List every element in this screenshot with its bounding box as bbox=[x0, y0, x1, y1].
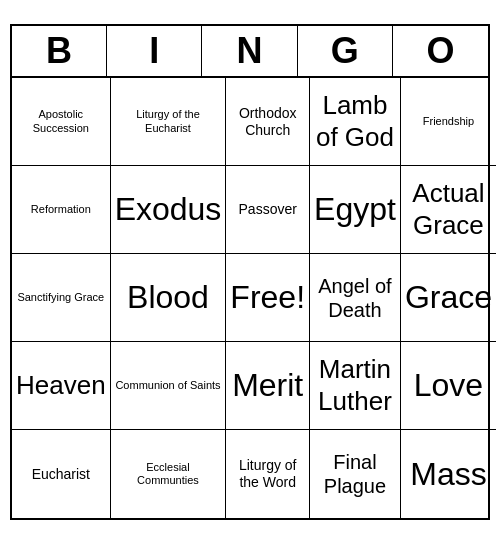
cell-text: Communion of Saints bbox=[115, 379, 220, 392]
bingo-cell[interactable]: Sanctifying Grace bbox=[12, 254, 111, 342]
cell-text: Liturgy of the Word bbox=[230, 457, 305, 491]
bingo-cell[interactable]: Communion of Saints bbox=[111, 342, 227, 430]
bingo-cell[interactable]: Grace bbox=[401, 254, 496, 342]
bingo-cell[interactable]: Mass bbox=[401, 430, 496, 518]
cell-text: Merit bbox=[232, 366, 303, 404]
cell-text: Martin Luther bbox=[314, 354, 396, 416]
bingo-cell[interactable]: Egypt bbox=[310, 166, 401, 254]
cell-text: Grace bbox=[405, 278, 492, 316]
cell-text: Apostolic Succession bbox=[16, 108, 106, 134]
cell-text: Reformation bbox=[31, 203, 91, 216]
bingo-cell[interactable]: Final Plague bbox=[310, 430, 401, 518]
bingo-header: BINGO bbox=[12, 26, 488, 78]
bingo-cell[interactable]: Liturgy of the Eucharist bbox=[111, 78, 227, 166]
cell-text: Liturgy of the Eucharist bbox=[115, 108, 222, 134]
bingo-cell[interactable]: Martin Luther bbox=[310, 342, 401, 430]
header-letter: G bbox=[298, 26, 393, 76]
bingo-cell[interactable]: Ecclesial Communties bbox=[111, 430, 227, 518]
header-letter: I bbox=[107, 26, 202, 76]
bingo-cell[interactable]: Merit bbox=[226, 342, 310, 430]
cell-text: Friendship bbox=[423, 115, 474, 128]
bingo-cell[interactable]: Friendship bbox=[401, 78, 496, 166]
header-letter: N bbox=[202, 26, 297, 76]
cell-text: Free! bbox=[230, 278, 305, 316]
cell-text: Exodus bbox=[115, 190, 222, 228]
cell-text: Heaven bbox=[16, 370, 106, 401]
bingo-cell[interactable]: Apostolic Succession bbox=[12, 78, 111, 166]
cell-text: Lamb of God bbox=[314, 90, 396, 152]
cell-text: Ecclesial Communties bbox=[115, 461, 222, 487]
bingo-cell[interactable]: Eucharist bbox=[12, 430, 111, 518]
cell-text: Mass bbox=[410, 455, 486, 493]
bingo-cell[interactable]: Love bbox=[401, 342, 496, 430]
bingo-grid: Apostolic SuccessionLiturgy of the Eucha… bbox=[12, 78, 488, 518]
cell-text: Sanctifying Grace bbox=[17, 291, 104, 304]
bingo-cell[interactable]: Exodus bbox=[111, 166, 227, 254]
bingo-card: BINGO Apostolic SuccessionLiturgy of the… bbox=[10, 24, 490, 520]
cell-text: Final Plague bbox=[314, 450, 396, 498]
cell-text: Actual Grace bbox=[405, 178, 492, 240]
header-letter: O bbox=[393, 26, 488, 76]
bingo-cell[interactable]: Passover bbox=[226, 166, 310, 254]
bingo-cell[interactable]: Actual Grace bbox=[401, 166, 496, 254]
header-letter: B bbox=[12, 26, 107, 76]
bingo-cell[interactable]: Blood bbox=[111, 254, 227, 342]
cell-text: Eucharist bbox=[32, 466, 90, 483]
cell-text: Angel of Death bbox=[314, 274, 396, 322]
cell-text: Love bbox=[414, 366, 483, 404]
bingo-cell[interactable]: Liturgy of the Word bbox=[226, 430, 310, 518]
cell-text: Passover bbox=[239, 201, 297, 218]
bingo-cell[interactable]: Heaven bbox=[12, 342, 111, 430]
cell-text: Orthodox Church bbox=[230, 105, 305, 139]
cell-text: Egypt bbox=[314, 190, 396, 228]
bingo-cell[interactable]: Reformation bbox=[12, 166, 111, 254]
bingo-cell[interactable]: Lamb of God bbox=[310, 78, 401, 166]
cell-text: Blood bbox=[127, 278, 209, 316]
bingo-cell[interactable]: Orthodox Church bbox=[226, 78, 310, 166]
bingo-cell[interactable]: Angel of Death bbox=[310, 254, 401, 342]
bingo-cell[interactable]: Free! bbox=[226, 254, 310, 342]
